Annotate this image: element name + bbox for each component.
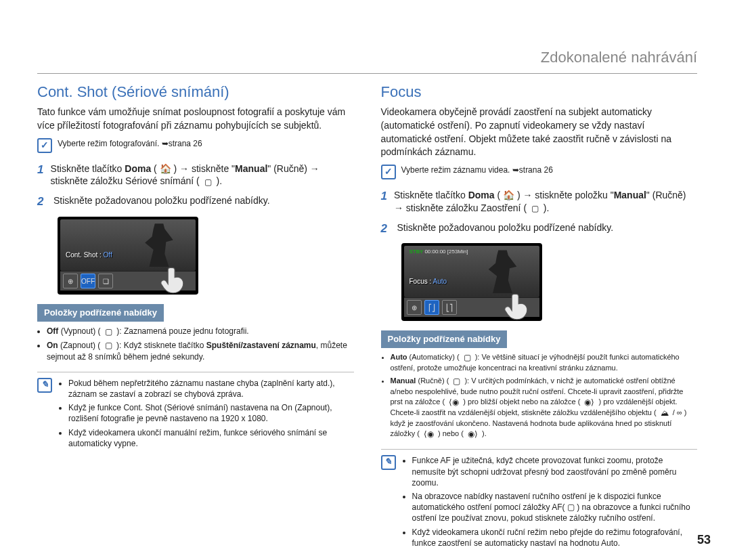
mountain-icon: ⛰ — [659, 408, 671, 418]
chapter-title: Zdokonalené nahrávání — [37, 47, 697, 74]
zoom-in-icon: ⊕ — [407, 300, 422, 315]
submenu-item: Auto (Automaticky) ( ▢ ): Ve většině sit… — [391, 352, 698, 373]
note-item: Když videokamera ukončí ruční režim nebo… — [412, 527, 698, 548]
prerequisite-left: ✓ Vyberte režim fotografování. ➥strana 2… — [37, 138, 354, 153]
lcd-status-label: Focus : Auto — [409, 277, 447, 286]
prerequisite-right: ✓ Vyberte režim záznamu videa. ➥strana 2… — [381, 165, 698, 179]
step1-left: 1 Stiskněte tlačítko Doma ( 🏠 ) → stiskn… — [37, 163, 354, 188]
two-column-layout: Cont. Shot (Sériové snímání) Tato funkce… — [37, 82, 697, 551]
auto-option-icon: ⎡⎦ — [424, 300, 439, 315]
off-option-icon: OFF — [81, 274, 95, 288]
note-item: Když je funkce Cont. Shot (Sériové snímá… — [68, 402, 354, 424]
submenu-item: Off (Vypnout) ( ▢ ): Zaznamená pouze jed… — [47, 326, 354, 337]
zoom-in-icon: ⊕ — [63, 274, 78, 288]
focus-tab-icon: ▢ — [529, 203, 541, 214]
on-icon: ▢ — [103, 340, 114, 351]
on-option-icon: ❏ — [98, 274, 113, 288]
manual-option-icon: ⎣⎤ — [442, 300, 457, 315]
step2-text: Stiskněte požadovanou položku podřízené … — [53, 194, 270, 210]
finger-icon — [503, 291, 533, 321]
section-title-left: Cont. Shot (Sériové snímání) — [37, 82, 354, 102]
note-item: Funkce AF je užitečná, když chcete provo… — [412, 455, 698, 488]
step-number: 2 — [381, 221, 391, 237]
manual-page: Zdokonalené nahrávání Cont. Shot (Sériov… — [0, 0, 731, 560]
far-icon: ◉⟩ — [582, 397, 596, 408]
step2-right: 2 Stiskněte požadovanou položku podřízen… — [381, 221, 698, 237]
submenu-item: Manual (Ručně) ( ▢ ): V určitých podmínk… — [391, 376, 698, 439]
intro-right: Videokamera obyčejně provádí zaostření n… — [381, 106, 698, 158]
step1-text: Stiskněte tlačítko Doma ( 🏠 ) → stisknět… — [51, 163, 354, 188]
check-icon: ✓ — [381, 165, 396, 179]
step2-left: 2 Stiskněte požadovanou položku podřízen… — [37, 194, 354, 210]
note-item: Když videokamera ukončí manuální režim, … — [68, 427, 354, 449]
stby-indicator: STBY00:00:00 [253Min] — [408, 249, 468, 256]
submenu-item: On (Zapnout) ( ▢ ): Když stisknete tlačí… — [47, 340, 354, 362]
prerequisite-text: Vyberte režim fotografování. ➥strana 26 — [58, 138, 202, 149]
submenu-header-left: Položky podřízené nabídky — [37, 304, 164, 322]
step-number: 2 — [37, 194, 47, 210]
step-number: 1 — [381, 189, 387, 215]
finger-icon — [159, 265, 189, 295]
submenu-list-right: Auto (Automaticky) ( ▢ ): Ve většině sit… — [391, 352, 698, 439]
submenu-list-left: Off (Vypnout) ( ▢ ): Zaznamená pouze jed… — [47, 326, 354, 362]
section-title-right: Focus — [381, 82, 698, 102]
near-icon: ⟨◉ — [422, 429, 436, 439]
page-number: 53 — [697, 532, 711, 548]
step2-text: Stiskněte požadovanou položku podřízené … — [397, 221, 614, 237]
step1-text: Stiskněte tlačítko Doma ( 🏠 ) → stisknět… — [394, 189, 697, 215]
col-cont-shot: Cont. Shot (Sériové snímání) Tato funkce… — [37, 82, 354, 551]
near-icon: ⟨◉ — [447, 397, 461, 408]
manual-icon: ▢ — [451, 376, 462, 387]
note-item: Pokud během nepřetržitého záznamu nastan… — [68, 378, 354, 400]
note-left: ✎ Pokud během nepřetržitého záznamu nast… — [37, 372, 354, 452]
step1-right: 1 Stiskněte tlačítko Doma ( 🏠 ) → stiskn… — [381, 189, 698, 215]
note-item: Na obrazovce nabídky nastavení ručního o… — [412, 491, 698, 524]
check-icon: ✓ — [37, 138, 52, 153]
col-focus: Focus Videokamera obyčejně provádí zaost… — [381, 82, 698, 551]
burst-tab-icon: ▢ — [202, 177, 214, 188]
step-number: 1 — [37, 163, 44, 188]
lcd-screenshot-right: STBY00:00:00 [253Min] Focus : Auto ⊕ ⎡⎦ … — [401, 243, 542, 321]
note-right: ✎ Funkce AF je užitečná, když chcete pro… — [381, 449, 698, 551]
submenu-header-right: Položky podřízené nabídky — [381, 330, 508, 348]
lcd-status-label: Cont. Shot : Off — [66, 251, 112, 260]
far-icon: ◉⟩ — [466, 429, 480, 439]
note-icon: ✎ — [381, 455, 396, 470]
auto-icon: ▢ — [462, 352, 473, 363]
lcd-screenshot-left: Cont. Shot : Off ⊕ OFF ❏ — [58, 217, 198, 295]
off-icon: ▢ — [103, 326, 114, 337]
silhouette-icon — [141, 223, 177, 267]
prerequisite-text: Vyberte režim záznamu videa. ➥strana 26 — [401, 165, 553, 175]
note-icon: ✎ — [37, 378, 52, 393]
silhouette-icon — [485, 250, 520, 293]
intro-left: Tato funkce vám umožňuje snímat posloupn… — [37, 106, 354, 132]
